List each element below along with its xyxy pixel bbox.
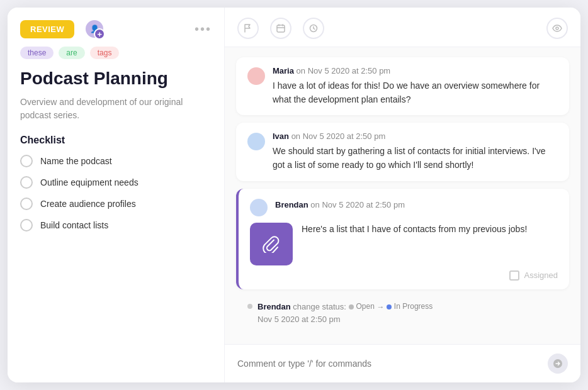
checklist-section: Checklist Name the podcast Outline equip… — [8, 135, 224, 240]
checklist-label-1: Outline equipment needs — [40, 177, 139, 187]
arrow-icon: → — [377, 303, 387, 311]
comment-brendan: Brendan on Nov 5 2020 at 2:50 pm Here's … — [236, 189, 569, 289]
left-panel: REVIEW 👤 + ••• these are tags Podcast Pl… — [8, 8, 225, 382]
comment-timestamp-maria: on Nov 5 2020 at 2:50 pm — [297, 66, 391, 75]
more-options-button[interactable]: ••• — [195, 22, 212, 36]
comment-input-bar — [225, 344, 580, 382]
tag-tags[interactable]: tags — [90, 47, 120, 59]
comment-author-ivan: Ivan — [273, 131, 289, 141]
comment-author-brendan: Brendan — [275, 200, 308, 209]
status-change-action: change status: — [293, 302, 348, 311]
tags-row: these are tags — [8, 47, 224, 68]
status-change-author: Brendan — [257, 302, 291, 311]
status-change-row: Brendan change status: Open → In Progres… — [236, 297, 569, 330]
right-panel: Maria on Nov 5 2020 at 2:50 pm I have a … — [225, 8, 580, 382]
checklist-title: Checklist — [20, 135, 212, 146]
review-button[interactable]: REVIEW — [20, 20, 74, 38]
checklist-item[interactable]: Name the podcast — [20, 155, 212, 167]
svg-point-2 — [556, 27, 558, 30]
avatar-ivan — [247, 133, 265, 150]
clock-icon[interactable] — [303, 18, 324, 39]
comment-body-maria: Maria on Nov 5 2020 at 2:50 pm I have a … — [273, 66, 558, 106]
comment-timestamp-ivan: on Nov 5 2020 at 2:50 pm — [291, 131, 386, 141]
avatar-group: 👤 + — [84, 19, 105, 39]
comment-body-ivan: Ivan on Nov 5 2020 at 2:50 pm We should … — [273, 131, 558, 172]
status-change-dot — [247, 304, 252, 309]
brendan-card-inner: Brendan on Nov 5 2020 at 2:50 pm Here's … — [239, 189, 569, 289]
left-header: REVIEW 👤 + ••• — [8, 8, 224, 47]
status-badge-open: Open — [349, 301, 375, 313]
avatar: 👤 + — [84, 19, 105, 39]
page-title: Podcast Planning — [8, 68, 224, 96]
comment-meta-brendan: Brendan on Nov 5 2020 at 2:50 pm — [275, 200, 405, 209]
status-change-text: Brendan change status: Open → In Progres… — [257, 301, 433, 326]
comment-ivan: Ivan on Nov 5 2020 at 2:50 pm We should … — [236, 123, 569, 181]
comment-text-ivan: We should start by gathering a list of c… — [273, 145, 558, 172]
status-badge-inprogress: In Progress — [387, 301, 433, 313]
right-header — [225, 8, 580, 47]
checkbox-contacts[interactable] — [20, 219, 33, 231]
checklist-item[interactable]: Create audience profiles — [20, 198, 212, 210]
open-dot — [349, 304, 354, 309]
avatar-brendan — [250, 199, 268, 216]
checklist-item[interactable]: Build contact lists — [20, 219, 212, 231]
tag-these[interactable]: these — [20, 47, 54, 59]
checklist-label-0: Name the podcast — [40, 156, 112, 166]
assigned-row: Assigned — [250, 270, 558, 281]
assigned-label: Assigned — [524, 270, 558, 280]
page-description: Overview and development of our original… — [8, 96, 224, 135]
inprogress-dot — [387, 304, 392, 309]
attachment-icon[interactable] — [250, 223, 293, 265]
comment-maria: Maria on Nov 5 2020 at 2:50 pm I have a … — [236, 57, 569, 115]
flag-icon[interactable] — [237, 18, 259, 39]
brendan-text: Here's a list that I have of contacts fr… — [302, 223, 558, 237]
checkbox-audience[interactable] — [20, 198, 33, 210]
comment-meta-ivan: Ivan on Nov 5 2020 at 2:50 pm — [273, 131, 558, 141]
assigned-checkbox[interactable] — [509, 270, 519, 281]
add-avatar-button[interactable]: + — [94, 28, 105, 40]
comment-author-maria: Maria — [273, 66, 294, 75]
checklist-label-2: Create audience profiles — [40, 199, 136, 209]
checklist-item[interactable]: Outline equipment needs — [20, 176, 212, 189]
eye-icon[interactable] — [546, 18, 568, 39]
tag-are[interactable]: are — [59, 47, 84, 59]
calendar-icon[interactable] — [270, 18, 291, 39]
checklist-label-3: Build contact lists — [40, 220, 108, 230]
comment-meta-maria: Maria on Nov 5 2020 at 2:50 pm — [273, 66, 558, 75]
comment-input[interactable] — [237, 359, 541, 369]
comment-timestamp-brendan: on Nov 5 2020 at 2:50 pm — [310, 200, 405, 209]
checkbox-name-podcast[interactable] — [20, 155, 33, 167]
brendan-header: Brendan on Nov 5 2020 at 2:50 pm — [250, 198, 558, 216]
svg-rect-0 — [277, 25, 285, 32]
status-change-timestamp: Nov 5 2020 at 2:50 pm — [257, 315, 341, 324]
comments-area: Maria on Nov 5 2020 at 2:50 pm I have a … — [225, 47, 580, 344]
status-to: In Progress — [394, 301, 433, 313]
brendan-content: Here's a list that I have of contacts fr… — [250, 223, 558, 265]
comment-text-maria: I have a lot of ideas for this! Do we ha… — [273, 79, 558, 106]
checkbox-equipment[interactable] — [20, 176, 33, 189]
status-from: Open — [356, 301, 375, 313]
send-button[interactable] — [548, 354, 568, 374]
avatar-maria — [247, 67, 265, 85]
